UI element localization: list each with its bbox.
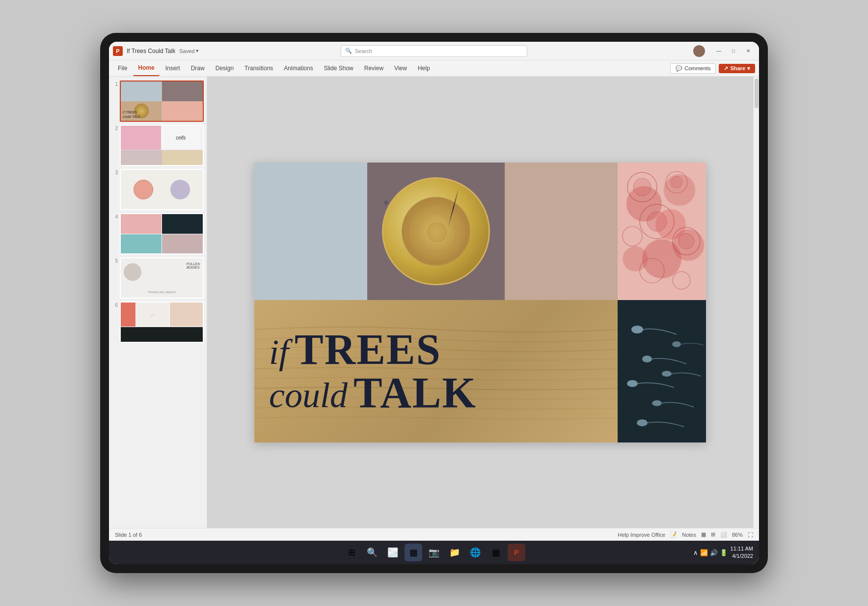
tab-design[interactable]: Design	[211, 60, 239, 76]
svg-point-1	[633, 178, 651, 196]
volume-icon[interactable]: 🔊	[710, 549, 718, 556]
svg-point-8	[678, 233, 694, 249]
slide-thumb-5[interactable]: POLLENBODIES "TRAVELING SEEDS"	[120, 257, 204, 299]
share-button[interactable]: ↗ Share ▾	[719, 64, 755, 73]
microscopy-circle	[382, 177, 490, 285]
svg-point-14	[631, 326, 643, 333]
svg-point-20	[662, 371, 672, 377]
texture-cell-1	[254, 163, 367, 300]
slide-title: if TREES could TALK	[269, 328, 477, 414]
slide-item-3[interactable]: 3	[112, 169, 204, 210]
slide-item-4[interactable]: 4	[112, 213, 204, 254]
status-bar: Slide 1 of 6 Help Improve Office 📝 Notes…	[109, 528, 759, 541]
tab-file[interactable]: File	[113, 60, 132, 76]
tab-slideshow[interactable]: Slide Show	[319, 60, 358, 76]
status-right: Help Improve Office 📝 Notes ▦ ⊞ ⬜ 86% ⛶	[618, 531, 753, 538]
svg-point-15	[642, 356, 652, 362]
svg-point-10	[673, 272, 690, 289]
explorer-button[interactable]: 📁	[446, 544, 463, 561]
svg-point-19	[672, 341, 681, 347]
slide4-thumbnail	[121, 214, 203, 253]
system-icons: ∧ 📶 🔊 🔋	[693, 549, 728, 556]
slide-grid: ✦ ✦	[254, 163, 706, 442]
svg-point-17	[652, 400, 662, 406]
taskbar: ⊞ 🔍 🌫️ ▦ 📷 📁 🌐 ▦ P ∧ 📶 🔊 🔋 11:11 AM	[109, 541, 759, 564]
maximize-button[interactable]: □	[727, 46, 740, 56]
slide-item-5[interactable]: 5 POLLENBODIES "TRAVELING SEEDS"	[112, 257, 204, 299]
search-taskbar-button[interactable]: 🔍	[363, 544, 381, 561]
svg-point-9	[640, 258, 664, 283]
main-slide[interactable]: ✦ ✦	[254, 163, 706, 442]
slide-thumb-6[interactable]	[120, 302, 204, 343]
store-button[interactable]: ▦	[487, 544, 505, 561]
powerpoint-taskbar-button[interactable]: P	[508, 544, 525, 561]
slide-number-1: 1	[112, 81, 118, 87]
powerpoint-icon: P	[113, 46, 123, 56]
tab-review[interactable]: Review	[359, 60, 388, 76]
screen: P If Trees Could Talk Saved ▾ 🔍 Search —…	[109, 42, 759, 564]
title-talk: TALK	[353, 371, 477, 414]
title-could: could	[269, 378, 348, 413]
close-button[interactable]: ✕	[741, 46, 755, 56]
slide-number-3: 3	[112, 169, 118, 175]
tab-view[interactable]: View	[389, 60, 412, 76]
slide-item-1[interactable]: 1 if TREES could TALK	[112, 81, 204, 122]
system-clock[interactable]: 11:11 AM 4/1/2022	[731, 545, 753, 560]
svg-point-3	[671, 176, 682, 188]
start-button[interactable]: ⊞	[343, 544, 360, 561]
comments-button[interactable]: 💬 Comments	[670, 63, 716, 74]
svg-point-6	[623, 226, 642, 246]
slide-thumb-2[interactable]: cells	[120, 125, 204, 166]
slide-thumb-1[interactable]: if TREES could TALK	[120, 81, 204, 122]
chevron-up-icon[interactable]: ∧	[693, 549, 698, 556]
slide-bottom-right	[618, 300, 706, 442]
task-view-button[interactable]: 🌫️	[384, 544, 402, 561]
slide-top-right	[618, 163, 706, 300]
slide-number-6: 6	[112, 302, 118, 308]
slide-thumb-4[interactable]	[120, 213, 204, 254]
scroll-thumb[interactable]	[755, 79, 759, 108]
comment-icon: 💬	[676, 65, 682, 72]
title-bar: P If Trees Could Talk Saved ▾ 🔍 Search —…	[109, 42, 759, 60]
app-title: If Trees Could Talk	[127, 48, 175, 55]
tab-animations[interactable]: Animations	[279, 60, 318, 76]
view-normal-icon[interactable]: ▦	[701, 531, 706, 538]
slide1-thumbnail: if TREES could TALK	[121, 82, 203, 121]
tab-home[interactable]: Home	[133, 60, 159, 76]
svg-point-5	[647, 212, 667, 231]
slide5-thumbnail: POLLENBODIES "TRAVELING SEEDS"	[121, 258, 203, 298]
ribbon-actions: 💬 Comments ↗ Share ▾	[670, 63, 755, 74]
zoom-fit-icon[interactable]: ⛶	[748, 532, 753, 538]
slide-item-6[interactable]: 6	[112, 302, 204, 343]
slide-bottom-left: if TREES could TALK	[254, 300, 618, 442]
camera-button[interactable]: 📷	[425, 544, 443, 561]
title-bar-left: P If Trees Could Talk Saved ▾	[113, 46, 341, 56]
tab-draw[interactable]: Draw	[186, 60, 210, 76]
view-present-icon[interactable]: ⬜	[720, 531, 727, 538]
slide6-thumbnail	[121, 303, 203, 342]
minimize-button[interactable]: —	[712, 46, 726, 56]
slide-number-4: 4	[112, 213, 118, 220]
slide-item-2[interactable]: 2 cells	[112, 125, 204, 166]
slide-thumb-3[interactable]	[120, 169, 204, 210]
search-icon: 🔍	[345, 48, 352, 54]
saved-indicator: Saved ▾	[179, 48, 199, 54]
scrollbar[interactable]	[753, 77, 759, 528]
slide-panel[interactable]: 1 if TREES could TALK	[109, 77, 207, 528]
user-avatar[interactable]	[693, 45, 705, 57]
tab-insert[interactable]: Insert	[161, 60, 185, 76]
tab-transitions[interactable]: Transitions	[240, 60, 278, 76]
help-improve[interactable]: Help Improve Office	[618, 532, 665, 538]
notes-icon: 📝	[670, 531, 677, 538]
tab-help[interactable]: Help	[413, 60, 435, 76]
title-trees: TREES	[295, 328, 441, 371]
notes-label[interactable]: Notes	[682, 532, 696, 538]
search-placeholder: Search	[355, 48, 372, 54]
title-if: if	[269, 334, 289, 370]
slide-canvas: ✦ ✦	[207, 77, 753, 528]
title-bar-right: — □ ✕	[527, 45, 755, 57]
widgets-button[interactable]: ▦	[405, 544, 422, 561]
view-grid-icon[interactable]: ⊞	[711, 531, 715, 538]
search-bar[interactable]: 🔍 Search	[341, 45, 527, 57]
edge-button[interactable]: 🌐	[466, 544, 484, 561]
